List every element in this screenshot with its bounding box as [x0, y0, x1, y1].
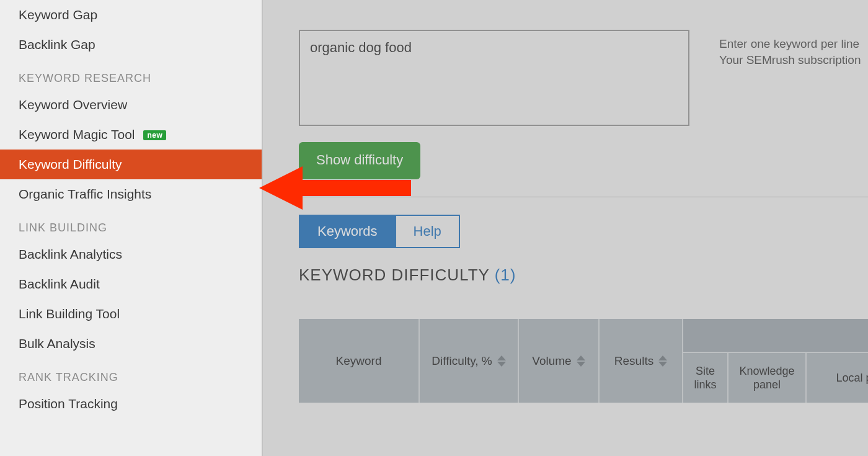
input-hint-text: Enter one keyword per line Your SEMrush … [719, 36, 861, 68]
sidebar-item-backlink-gap[interactable]: Backlink Gap [0, 30, 262, 60]
section-title-text: KEYWORD DIFFICULTY [299, 266, 495, 284]
tab-keywords[interactable]: Keywords [299, 215, 396, 248]
sidebar-item-backlink-audit[interactable]: Backlink Audit [0, 269, 262, 299]
show-difficulty-button[interactable]: Show difficulty [299, 142, 420, 179]
sort-icon[interactable] [658, 355, 667, 367]
column-label: Difficulty, % [432, 354, 492, 368]
sidebar-item-keyword-difficulty[interactable]: Keyword Difficulty [0, 150, 262, 179]
column-label: Keyword [336, 354, 382, 368]
sidebar-item-keyword-overview[interactable]: Keyword Overview [0, 90, 262, 120]
sidebar-item-bulk-analysis[interactable]: Bulk Analysis [0, 329, 262, 359]
sidebar-section-keyword-research: KEYWORD RESEARCH [0, 60, 262, 90]
column-header-local-pack[interactable]: Local pack [807, 353, 868, 403]
sidebar-section-link-building: LINK BUILDING [0, 209, 262, 239]
sidebar-item-label: Keyword Magic Tool [19, 127, 135, 141]
keyword-input-textarea[interactable] [299, 30, 689, 126]
sidebar: Keyword Gap Backlink Gap KEYWORD RESEARC… [0, 0, 262, 456]
sort-icon[interactable] [497, 355, 506, 367]
column-header-results[interactable]: Results [600, 319, 683, 403]
sidebar-item-link-building-tool[interactable]: Link Building Tool [0, 299, 262, 329]
column-label: Results [614, 354, 653, 368]
sort-icon[interactable] [577, 355, 585, 367]
section-title-count: (1) [495, 266, 516, 284]
sidebar-item-keyword-gap[interactable]: Keyword Gap [0, 0, 262, 30]
column-header-keyword[interactable]: Keyword [299, 319, 420, 403]
sidebar-item-organic-traffic-insights[interactable]: Organic Traffic Insights [0, 179, 262, 209]
hint-line-2: Your SEMrush subscription [719, 52, 861, 68]
sidebar-item-keyword-magic-tool[interactable]: Keyword Magic Tool new [0, 120, 262, 150]
column-header-knowledge-panel[interactable]: Knowledge panel [728, 353, 807, 403]
new-badge-icon: new [143, 130, 166, 140]
sidebar-item-backlink-analytics[interactable]: Backlink Analytics [0, 239, 262, 269]
column-header-site-links[interactable]: Site links [683, 353, 728, 403]
sidebar-section-rank-tracking: RANK TRACKING [0, 359, 262, 389]
section-divider [299, 197, 868, 197]
column-header-volume[interactable]: Volume [519, 319, 600, 403]
tab-help[interactable]: Help [396, 215, 460, 248]
main-content-area: Enter one keyword per line Your SEMrush … [262, 0, 868, 456]
column-header-difficulty[interactable]: Difficulty, % [420, 319, 519, 403]
results-section-title: KEYWORD DIFFICULTY (1) [299, 266, 868, 285]
column-header-serp-features-group: Site links Knowledge panel Local pack [683, 319, 868, 403]
sidebar-item-position-tracking[interactable]: Position Tracking [0, 389, 262, 419]
column-label: Volume [532, 354, 571, 368]
results-table-header: Keyword Difficulty, % Volume Results [299, 319, 868, 403]
hint-line-1: Enter one keyword per line [719, 36, 861, 52]
tab-bar: Keywords Help [299, 215, 868, 248]
